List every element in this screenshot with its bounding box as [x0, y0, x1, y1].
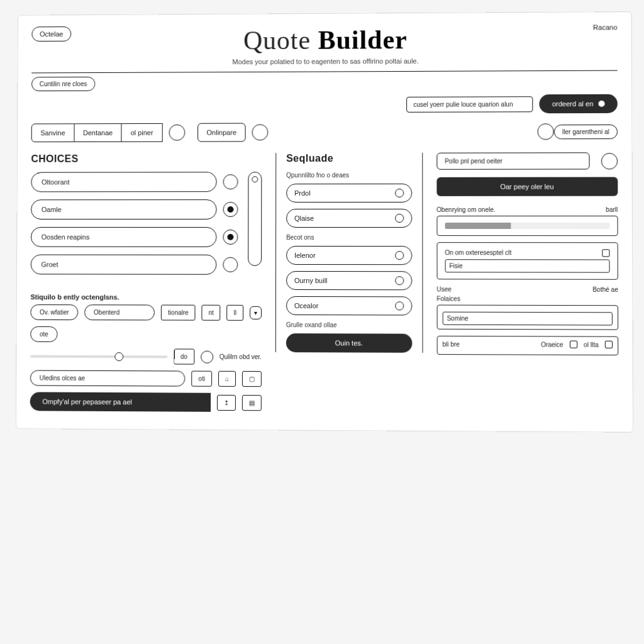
- seq-footer: Grulle oxand ollae: [286, 321, 412, 329]
- filter-radio-3[interactable]: [538, 123, 554, 140]
- dark-long-button[interactable]: Ompfy'al per pepaseer pa ael: [30, 392, 211, 411]
- summary-top-radio[interactable]: [601, 153, 618, 169]
- square-btn[interactable]: ▢: [242, 371, 262, 387]
- detail-panel: On om oxteresesptel clt Fisie: [436, 242, 618, 280]
- choice-2[interactable]: Oamle: [31, 199, 217, 219]
- choice-4[interactable]: Groet: [31, 255, 217, 275]
- sequence-title: Seqluade: [286, 153, 412, 164]
- btn-small-1[interactable]: nt: [202, 305, 221, 321]
- choice-3[interactable]: Oosden reapins: [31, 227, 217, 247]
- choice-3-radio[interactable]: [223, 230, 238, 245]
- sec2-check[interactable]: [602, 249, 609, 257]
- chip-obenterd[interactable]: Obenterd: [84, 304, 155, 320]
- filter-olpiner[interactable]: ol piner: [122, 123, 162, 142]
- chk-b[interactable]: [605, 341, 613, 348]
- filter-radio-1[interactable]: [169, 125, 185, 141]
- vertical-slider[interactable]: [248, 172, 262, 266]
- filter-radio-2[interactable]: [252, 124, 269, 140]
- progress-bar[interactable]: [445, 223, 609, 229]
- chip-ov[interactable]: Ov. wfatier: [30, 304, 78, 320]
- primary-cta-button[interactable]: ordeerd al en: [540, 94, 618, 114]
- sub-section-title: Stiquilo b ently octenglsns.: [30, 293, 262, 301]
- summary-column: Pollo pnl pend oeiter Oar peey oler leu …: [436, 152, 618, 362]
- h-slider-1[interactable]: [30, 355, 167, 358]
- field-b-panel: bli bre Oraeice ol llta: [436, 336, 618, 355]
- summary-top-pill[interactable]: Pollo pnl pend oeiter: [436, 152, 590, 169]
- seq-item-4[interactable]: Ourny buill: [286, 271, 412, 290]
- seq-item-5[interactable]: Ocealor: [286, 296, 412, 316]
- filter-dentanae[interactable]: Dentanae: [74, 123, 122, 142]
- seq-sep: Becot ons: [286, 234, 412, 241]
- chk-b-label: ol llta: [584, 341, 599, 348]
- page-title: Quote Builder: [97, 24, 556, 56]
- kv-user-v: Bothé ae: [592, 286, 618, 293]
- header-row: Octelae Quote Builder Modes your polatie…: [31, 23, 617, 66]
- seq-item-2[interactable]: Qlaise: [286, 209, 412, 228]
- quote-builder-app: Octelae Quote Builder Modes your polatie…: [16, 11, 633, 433]
- chip-tionalre[interactable]: tionalre: [161, 305, 195, 321]
- tiny-2[interactable]: oti: [192, 371, 212, 387]
- slider-label: Qulilrn obd ver.: [219, 353, 262, 360]
- page-subtitle: Modes your polatied to to eagenten to sa…: [97, 57, 556, 66]
- choice-1-radio[interactable]: [223, 174, 238, 189]
- choices-title: CHOICES: [31, 153, 262, 165]
- filter-row: Sanvine Dentanae ol piner Onlinpare ller…: [31, 122, 618, 142]
- seq-item-1[interactable]: Prdol: [286, 184, 412, 203]
- arrow-up-icon[interactable]: ↥: [217, 394, 236, 410]
- field-b-label: bli bre: [442, 340, 459, 347]
- chk-a[interactable]: [570, 341, 577, 348]
- sec2-field[interactable]: Fisie: [445, 259, 609, 272]
- seq-item-3[interactable]: Ielenor: [286, 246, 412, 265]
- btn-small-2[interactable]: ll: [227, 305, 243, 321]
- sequence-submit-button[interactable]: Ouin tes.: [286, 333, 412, 353]
- progress-panel: [436, 216, 618, 236]
- home-icon[interactable]: ⌂: [218, 371, 236, 387]
- filter-online[interactable]: Onlinpare: [197, 123, 246, 142]
- kv-user-k: Usee: [436, 286, 452, 292]
- long-chip-1[interactable]: Uledins olces ae: [30, 370, 186, 387]
- sec1-title: Obenrying om onele.: [436, 206, 496, 213]
- sub-tag[interactable]: Cuntilin nre cloes: [31, 77, 95, 91]
- brand-tag[interactable]: Octelae: [31, 26, 71, 42]
- slider-val-1: do: [174, 348, 194, 364]
- slider-radio[interactable]: [201, 350, 213, 363]
- filter-sanvine[interactable]: Sanvine: [31, 123, 75, 142]
- hint-input[interactable]: cusel yoerr pulie louce quarion alun: [406, 96, 533, 113]
- sequence-caption: Qpunnlilto fno o deaes: [286, 172, 412, 179]
- sequence-column: Seqluade Qpunnlilto fno o deaes Prdol Ql…: [275, 153, 423, 353]
- sec2-title: On om oxteresesptel clt: [445, 249, 511, 257]
- field-a-panel: Somine: [436, 305, 618, 330]
- choice-1[interactable]: Oltoorant: [31, 172, 216, 192]
- filter-tag[interactable]: ller garentheni al: [554, 124, 618, 138]
- page-icon[interactable]: ▤: [242, 395, 262, 411]
- choice-4-radio[interactable]: [223, 257, 238, 272]
- chk-a-label: Oraeice: [541, 341, 564, 348]
- chevron-down-icon[interactable]: ▾: [250, 306, 262, 319]
- summary-header-button[interactable]: Oar peey oler leu: [436, 177, 618, 196]
- choices-column: CHOICES Oltoorant Oamle Oosden reapins: [30, 153, 262, 418]
- sec1-small: barll: [606, 206, 618, 213]
- header-right-label: Racano: [567, 23, 618, 31]
- dot-icon: [598, 101, 604, 107]
- choice-2-radio[interactable]: [223, 202, 238, 217]
- chip-ote[interactable]: ote: [30, 326, 57, 342]
- field-a[interactable]: Somine: [442, 312, 613, 326]
- kv-fol-k: Folaices: [436, 295, 460, 302]
